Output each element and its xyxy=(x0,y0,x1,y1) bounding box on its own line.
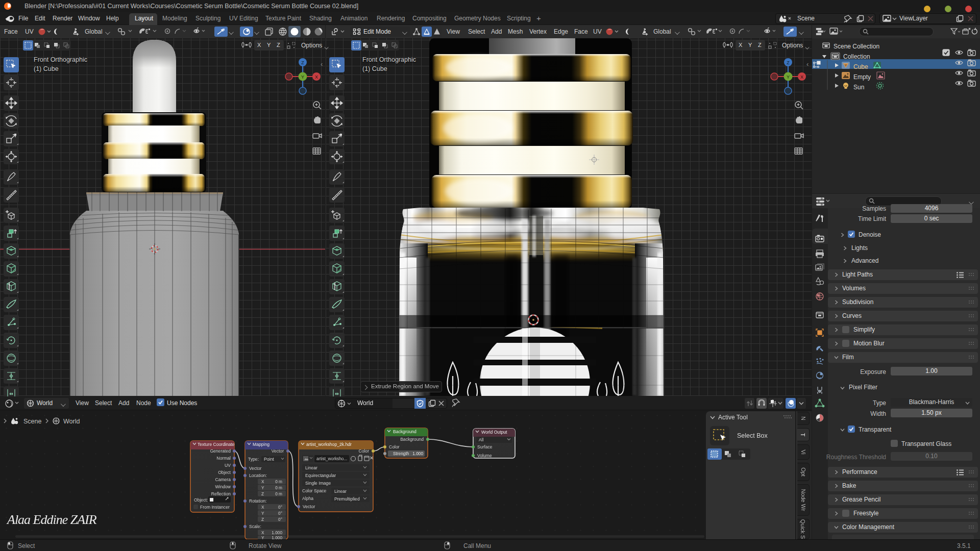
svg-text:Location:: Location: xyxy=(249,473,267,478)
svg-text:Empty: Empty xyxy=(853,73,871,81)
svg-text:Cube: Cube xyxy=(853,63,868,70)
svg-text:Y: Y xyxy=(261,511,264,516)
svg-text:artist_worksho...: artist_worksho... xyxy=(316,456,347,461)
svg-text:Single Image: Single Image xyxy=(305,481,331,486)
svg-text:Background: Background xyxy=(400,437,424,442)
svg-text:Scale:: Scale: xyxy=(249,524,261,529)
svg-text:Collection: Collection xyxy=(843,53,870,60)
svg-text:Y: Y xyxy=(301,74,304,80)
svg-text:Object:: Object: xyxy=(194,497,208,503)
svg-text:0 m: 0 m xyxy=(275,479,282,484)
svg-text:0°: 0° xyxy=(278,511,282,516)
svg-text:0 m: 0 m xyxy=(275,491,282,496)
svg-text:World Output: World Output xyxy=(481,430,507,435)
svg-text:X: X xyxy=(261,479,264,484)
svg-text:1.000: 1.000 xyxy=(272,530,282,535)
svg-text:Vector: Vector xyxy=(249,466,262,471)
svg-text:Vector: Vector xyxy=(303,504,315,509)
svg-text:Texture Coordinate: Texture Coordinate xyxy=(198,442,235,447)
svg-text:X: X xyxy=(800,74,803,80)
svg-text:Z: Z xyxy=(261,517,264,522)
svg-text:Y: Y xyxy=(261,485,264,490)
svg-text:Camera: Camera xyxy=(215,477,231,482)
svg-text:Type:: Type: xyxy=(248,457,259,462)
svg-text:Premultiplied: Premultiplied xyxy=(334,496,360,502)
svg-text:Normal: Normal xyxy=(216,456,231,461)
svg-text:Point: Point xyxy=(264,457,274,462)
svg-text:UV: UV xyxy=(225,463,231,468)
svg-text:Y: Y xyxy=(261,535,264,539)
svg-text:Color: Color xyxy=(358,448,369,454)
svg-text:1.000: 1.000 xyxy=(272,535,282,539)
svg-text:0°: 0° xyxy=(278,517,282,522)
svg-text:Linear: Linear xyxy=(334,489,347,494)
svg-text:Object: Object xyxy=(218,470,231,475)
svg-text:Z: Z xyxy=(301,60,304,65)
svg-text:Generated: Generated xyxy=(210,448,231,454)
svg-text:Color: Color xyxy=(389,444,400,449)
svg-text:Equirectangular: Equirectangular xyxy=(305,473,336,478)
svg-text:Z: Z xyxy=(261,491,264,496)
svg-text:X: X xyxy=(261,505,264,510)
svg-text:X: X xyxy=(315,74,318,80)
svg-text:Linear: Linear xyxy=(305,465,317,470)
svg-text:Color Space: Color Space xyxy=(302,488,327,493)
svg-text:Mapping: Mapping xyxy=(253,442,270,447)
svg-text:Surface: Surface xyxy=(477,444,493,449)
svg-text:Alpha: Alpha xyxy=(302,496,313,501)
svg-text:0 m: 0 m xyxy=(275,485,282,490)
svg-text:Rotation:: Rotation: xyxy=(249,498,266,504)
svg-text:X: X xyxy=(261,530,264,535)
svg-text:Background: Background xyxy=(393,429,416,434)
svg-text:All: All xyxy=(479,437,483,442)
svg-text:0°: 0° xyxy=(278,505,282,510)
svg-text:Scene Collection: Scene Collection xyxy=(834,43,879,50)
svg-text:Window: Window xyxy=(215,484,231,489)
svg-text:Strength: Strength xyxy=(393,451,409,456)
svg-text:Vector: Vector xyxy=(272,448,284,454)
svg-text:From Instancer: From Instancer xyxy=(200,505,230,510)
svg-text:Volume: Volume xyxy=(477,453,492,458)
svg-text:1.000: 1.000 xyxy=(412,451,423,456)
svg-text:Sun: Sun xyxy=(853,84,864,91)
svg-text:Z: Z xyxy=(787,60,790,65)
svg-text:artist_workshop_2k.hdr: artist_workshop_2k.hdr xyxy=(306,442,352,447)
svg-text:Y: Y xyxy=(787,74,790,80)
svg-text:Reflection: Reflection xyxy=(211,491,231,496)
